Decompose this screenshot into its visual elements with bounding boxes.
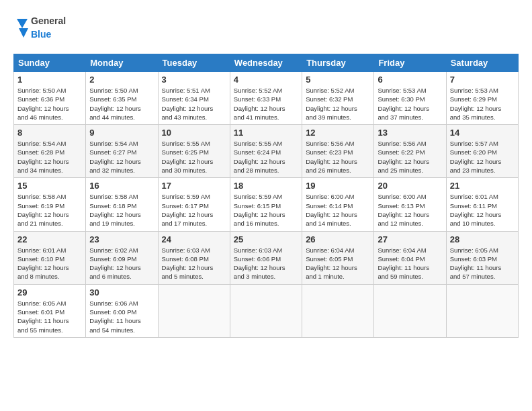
day-info: Sunrise: 6:05 AMSunset: 6:03 PMDaylight:…: [450, 246, 515, 281]
calendar-cell: 24Sunrise: 6:03 AMSunset: 6:08 PMDayligh…: [158, 231, 230, 284]
day-number: 10: [162, 128, 226, 138]
calendar-cell: 12Sunrise: 5:56 AMSunset: 6:23 PMDayligh…: [302, 125, 374, 178]
day-info: Sunrise: 6:01 AMSunset: 6:11 PMDaylight:…: [450, 192, 515, 228]
page-header: General Blue: [13, 12, 519, 47]
day-info: Sunrise: 5:53 AMSunset: 6:29 PMDaylight:…: [450, 86, 515, 122]
day-info: Sunrise: 5:54 AMSunset: 6:28 PMDaylight:…: [17, 139, 82, 175]
calendar-cell: 18Sunrise: 5:59 AMSunset: 6:15 PMDayligh…: [230, 178, 302, 231]
weekday-wednesday: Wednesday: [230, 54, 302, 72]
day-info: Sunrise: 5:59 AMSunset: 6:15 PMDaylight:…: [234, 192, 298, 228]
day-number: 8: [17, 128, 82, 138]
calendar-cell: 11Sunrise: 5:55 AMSunset: 6:24 PMDayligh…: [230, 125, 302, 178]
calendar-week-4: 22Sunrise: 6:01 AMSunset: 6:10 PMDayligh…: [14, 231, 519, 284]
day-number: 14: [450, 128, 515, 138]
calendar-body: 1Sunrise: 5:50 AMSunset: 6:36 PMDaylight…: [14, 72, 519, 338]
weekday-sunday: Sunday: [14, 54, 86, 72]
calendar-cell: 23Sunrise: 6:02 AMSunset: 6:09 PMDayligh…: [86, 231, 158, 284]
day-info: Sunrise: 6:00 AMSunset: 6:13 PMDaylight:…: [378, 192, 442, 228]
calendar-cell: 7Sunrise: 5:53 AMSunset: 6:29 PMDaylight…: [446, 72, 518, 125]
calendar-cell: [302, 284, 374, 337]
day-info: Sunrise: 5:52 AMSunset: 6:32 PMDaylight:…: [306, 86, 370, 122]
day-number: 26: [306, 234, 370, 244]
calendar-cell: 6Sunrise: 5:53 AMSunset: 6:30 PMDaylight…: [374, 72, 446, 125]
day-number: 16: [89, 181, 154, 191]
calendar-cell: 27Sunrise: 6:04 AMSunset: 6:04 PMDayligh…: [374, 231, 446, 284]
weekday-friday: Friday: [374, 54, 446, 72]
weekday-header-row: SundayMondayTuesdayWednesdayThursdayFrid…: [14, 54, 519, 72]
calendar-cell: 29Sunrise: 6:05 AMSunset: 6:01 PMDayligh…: [14, 284, 86, 337]
day-info: Sunrise: 5:58 AMSunset: 6:19 PMDaylight:…: [17, 192, 82, 228]
day-number: 19: [306, 181, 370, 191]
calendar-cell: 3Sunrise: 5:51 AMSunset: 6:34 PMDaylight…: [158, 72, 230, 125]
calendar-cell: 30Sunrise: 6:06 AMSunset: 6:00 PMDayligh…: [86, 284, 158, 337]
calendar-cell: 17Sunrise: 5:59 AMSunset: 6:17 PMDayligh…: [158, 178, 230, 231]
day-number: 15: [17, 181, 82, 191]
calendar-cell: 19Sunrise: 6:00 AMSunset: 6:14 PMDayligh…: [302, 178, 374, 231]
day-number: 27: [378, 234, 442, 244]
day-info: Sunrise: 6:05 AMSunset: 6:01 PMDaylight:…: [17, 299, 82, 334]
day-number: 2: [89, 75, 154, 85]
calendar-cell: 15Sunrise: 5:58 AMSunset: 6:19 PMDayligh…: [14, 178, 86, 231]
day-info: Sunrise: 5:54 AMSunset: 6:27 PMDaylight:…: [89, 139, 154, 175]
calendar-cell: 26Sunrise: 6:04 AMSunset: 6:05 PMDayligh…: [302, 231, 374, 284]
svg-text:General: General: [31, 15, 66, 26]
day-info: Sunrise: 5:59 AMSunset: 6:17 PMDaylight:…: [162, 192, 226, 228]
logo: General Blue: [13, 12, 74, 47]
day-info: Sunrise: 6:03 AMSunset: 6:08 PMDaylight:…: [162, 246, 226, 281]
calendar-cell: 13Sunrise: 5:56 AMSunset: 6:22 PMDayligh…: [374, 125, 446, 178]
calendar-cell: 28Sunrise: 6:05 AMSunset: 6:03 PMDayligh…: [446, 231, 518, 284]
calendar-cell: [230, 284, 302, 337]
calendar-cell: 9Sunrise: 5:54 AMSunset: 6:27 PMDaylight…: [86, 125, 158, 178]
calendar-week-1: 1Sunrise: 5:50 AMSunset: 6:36 PMDaylight…: [14, 72, 519, 125]
day-info: Sunrise: 5:55 AMSunset: 6:25 PMDaylight:…: [162, 139, 226, 175]
day-info: Sunrise: 5:53 AMSunset: 6:30 PMDaylight:…: [378, 86, 442, 122]
day-number: 13: [378, 128, 442, 138]
calendar-cell: 21Sunrise: 6:01 AMSunset: 6:11 PMDayligh…: [446, 178, 518, 231]
day-number: 21: [450, 181, 515, 191]
day-info: Sunrise: 6:03 AMSunset: 6:06 PMDaylight:…: [234, 246, 298, 281]
day-number: 5: [306, 75, 370, 85]
generalblue-logo: General Blue: [13, 12, 74, 44]
calendar-cell: 16Sunrise: 5:58 AMSunset: 6:18 PMDayligh…: [86, 178, 158, 231]
day-info: Sunrise: 6:04 AMSunset: 6:04 PMDaylight:…: [378, 246, 442, 281]
day-info: Sunrise: 6:06 AMSunset: 6:00 PMDaylight:…: [89, 299, 154, 334]
svg-text:Blue: Blue: [31, 29, 52, 40]
calendar-week-5: 29Sunrise: 6:05 AMSunset: 6:01 PMDayligh…: [14, 284, 519, 337]
day-info: Sunrise: 5:55 AMSunset: 6:24 PMDaylight:…: [234, 139, 298, 175]
day-number: 25: [234, 234, 298, 244]
calendar-cell: 25Sunrise: 6:03 AMSunset: 6:06 PMDayligh…: [230, 231, 302, 284]
calendar-cell: 5Sunrise: 5:52 AMSunset: 6:32 PMDaylight…: [302, 72, 374, 125]
calendar-table: SundayMondayTuesdayWednesdayThursdayFrid…: [13, 54, 519, 338]
calendar-cell: [446, 284, 518, 337]
calendar-cell: 1Sunrise: 5:50 AMSunset: 6:36 PMDaylight…: [14, 72, 86, 125]
calendar-week-3: 15Sunrise: 5:58 AMSunset: 6:19 PMDayligh…: [14, 178, 519, 231]
calendar-cell: 8Sunrise: 5:54 AMSunset: 6:28 PMDaylight…: [14, 125, 86, 178]
calendar-cell: [374, 284, 446, 337]
day-info: Sunrise: 5:52 AMSunset: 6:33 PMDaylight:…: [234, 86, 298, 122]
day-number: 1: [17, 75, 82, 85]
day-info: Sunrise: 6:00 AMSunset: 6:14 PMDaylight:…: [306, 192, 370, 228]
day-info: Sunrise: 5:56 AMSunset: 6:22 PMDaylight:…: [378, 139, 442, 175]
weekday-saturday: Saturday: [446, 54, 518, 72]
day-number: 11: [234, 128, 298, 138]
weekday-monday: Monday: [86, 54, 158, 72]
day-number: 20: [378, 181, 442, 191]
day-info: Sunrise: 6:01 AMSunset: 6:10 PMDaylight:…: [17, 246, 82, 281]
day-number: 7: [450, 75, 515, 85]
day-number: 23: [89, 234, 154, 244]
day-number: 30: [89, 287, 154, 298]
calendar-cell: 22Sunrise: 6:01 AMSunset: 6:10 PMDayligh…: [14, 231, 86, 284]
day-number: 17: [162, 181, 226, 191]
day-number: 24: [162, 234, 226, 244]
weekday-tuesday: Tuesday: [158, 54, 230, 72]
day-info: Sunrise: 5:50 AMSunset: 6:36 PMDaylight:…: [17, 86, 82, 122]
day-number: 6: [378, 75, 442, 85]
weekday-thursday: Thursday: [302, 54, 374, 72]
day-number: 12: [306, 128, 370, 138]
calendar-cell: 14Sunrise: 5:57 AMSunset: 6:20 PMDayligh…: [446, 125, 518, 178]
day-info: Sunrise: 5:58 AMSunset: 6:18 PMDaylight:…: [89, 192, 154, 228]
day-number: 3: [162, 75, 226, 85]
day-info: Sunrise: 5:56 AMSunset: 6:23 PMDaylight:…: [306, 139, 370, 175]
calendar-cell: 4Sunrise: 5:52 AMSunset: 6:33 PMDaylight…: [230, 72, 302, 125]
day-number: 28: [450, 234, 515, 244]
